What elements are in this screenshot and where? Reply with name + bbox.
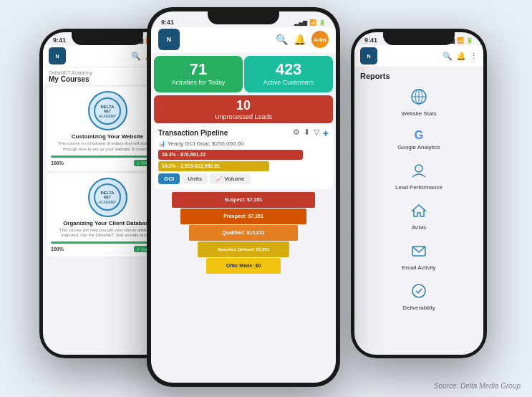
center-header: N 🔍 🔔 Adm (151, 27, 336, 53)
report-item-avms[interactable]: AVMs (354, 197, 483, 237)
funnel-bar-3[interactable]: Specifics Defined: $7,351 (198, 241, 289, 257)
pipeline-header: Transaction Pipeline ⚙ ⬇ ▽ + (158, 128, 329, 139)
svg-text:ACADEMY: ACADEMY (99, 114, 117, 118)
gear-icon[interactable]: ⚙ (293, 128, 300, 139)
filter-icon-pipeline[interactable]: ▽ (314, 128, 319, 139)
svg-point-12 (415, 165, 422, 172)
center-phone: 9:41 ▂▄▆ 📶 🔋 N 🔍 🔔 Adm 71 (147, 7, 340, 387)
funnel-bar-4[interactable]: Offer Made: $0 (206, 258, 281, 274)
report-item-deliverability[interactable]: Deliverability (354, 277, 483, 317)
funnel-bar-1[interactable]: Prospect: $7,351 (180, 209, 306, 224)
tab-gci[interactable]: GCI (158, 173, 180, 184)
svg-text:NET: NET (104, 195, 111, 199)
google-analytics-icon: G (415, 129, 423, 142)
website-stats-label: Website Stats (401, 110, 436, 117)
center-time: 9:41 (161, 19, 174, 26)
course-1-pct: 100% (51, 161, 64, 166)
pipeline-title: Transaction Pipeline (158, 129, 228, 137)
google-analytics-label: Google Analytics (397, 144, 440, 150)
pipeline-goal: 📊 Yearly GCI Goal: $250,000.00 (158, 140, 329, 147)
check-icon-2: ✓ (137, 247, 140, 252)
center-wifi-icon: 📶 (309, 19, 316, 26)
pipeline-tabs: GCI Units 📈 Volume (158, 173, 329, 184)
course-badge-2: DELTA NET ACADEMY (88, 178, 127, 217)
left-logo: N (49, 47, 66, 64)
volume-chart-icon: 📈 (216, 176, 223, 182)
deliverability-icon (411, 283, 427, 302)
funnel-container: Suspect: $7,351 Prospect: $7,351 Qualifi… (151, 191, 336, 275)
left-time: 9:41 (53, 37, 66, 44)
right-notch (383, 32, 455, 45)
funnel-bar-0[interactable]: Suspect: $7,351 (172, 192, 315, 208)
right-phone-inner: 9:41 ▂▄▆ 📶 🔋 N 🔍 🔔 ⋮ Reports (354, 32, 483, 355)
activities-number: 71 (158, 62, 238, 77)
website-stats-icon (411, 89, 427, 108)
course-2-pct: 100% (51, 247, 64, 252)
email-activity-label: Email Activity (402, 264, 435, 271)
search-icon[interactable]: 🔍 (131, 52, 141, 61)
center-phone-inner: 9:41 ▂▄▆ 📶 🔋 N 🔍 🔔 Adm 71 (151, 11, 336, 383)
pipeline-section: Transaction Pipeline ⚙ ⬇ ▽ + 📊 Yearly GC… (154, 125, 333, 189)
lead-performance-icon (411, 163, 427, 182)
activities-tile[interactable]: 71 Activities for Today (154, 56, 243, 92)
right-battery-icon: 🔋 (466, 37, 473, 44)
right-bell-icon[interactable]: 🔔 (456, 52, 466, 61)
center-notch (208, 11, 279, 24)
right-time: 9:41 (364, 37, 377, 44)
add-icon[interactable]: + (323, 128, 329, 139)
right-wifi-icon: 📶 (457, 37, 464, 44)
pipeline-bar-1: 28.3% - $70,691.22 (158, 150, 303, 160)
left-notch (72, 32, 143, 45)
right-phone: 9:41 ▂▄▆ 📶 🔋 N 🔍 🔔 ⋮ Reports (351, 29, 487, 358)
courses-title-block: DeltaNET Academy My Courses (49, 70, 92, 83)
report-item-google[interactable]: G Google Analytics (354, 123, 483, 157)
center-battery-icon: 🔋 (319, 19, 326, 26)
right-menu-icon[interactable]: ⋮ (470, 52, 478, 61)
right-header: N 🔍 🔔 ⋮ (354, 45, 483, 67)
tab-units[interactable]: Units (182, 173, 208, 184)
scene: 9:41 ▂▄▆ 📶 🔋 N 🔍 🔔 ⋮ DeltaNET (0, 0, 532, 397)
check-icon: ✓ (137, 161, 140, 166)
report-item-website[interactable]: Website Stats (354, 83, 483, 123)
unprocessed-label: Unprocessed Leads (157, 113, 330, 120)
chart-icon: 📊 (158, 140, 165, 147)
lead-performance-label: Lead Performance (395, 184, 442, 191)
center-signal-icon: ▂▄▆ (294, 19, 307, 26)
center-header-icons: 🔍 🔔 Adm (276, 31, 329, 48)
unprocessed-number: 10 (157, 98, 330, 113)
avms-icon (411, 203, 427, 222)
avms-label: AVMs (412, 224, 427, 231)
reports-title: Reports (354, 67, 483, 83)
right-logo: N (360, 47, 377, 64)
center-status-icons: ▂▄▆ 📶 🔋 (294, 19, 326, 26)
center-search-icon[interactable]: 🔍 (276, 34, 288, 45)
report-item-email[interactable]: Email Activity (354, 237, 483, 277)
avatar[interactable]: Adm (311, 31, 329, 48)
right-header-icons: 🔍 🔔 ⋮ (442, 52, 478, 61)
deliverability-label: Deliverability (402, 305, 435, 311)
funnel-bar-2[interactable]: Qualified: $13,231 (189, 225, 298, 241)
report-item-lead[interactable]: Lead Performance (354, 157, 483, 197)
course-badge-1: DELTA NET ACADEMY (88, 91, 127, 130)
svg-point-14 (412, 284, 425, 297)
svg-text:ACADEMY: ACADEMY (99, 200, 117, 204)
tab-volume[interactable]: 📈 Volume (210, 173, 250, 184)
svg-text:NET: NET (104, 109, 111, 113)
activities-label: Activities for Today (158, 79, 238, 87)
email-activity-icon (411, 243, 427, 262)
customers-label: Active Customers (248, 79, 329, 87)
my-courses-title: My Courses (49, 75, 92, 83)
source-text: Source: Delta Media Group (434, 382, 521, 390)
unprocessed-banner[interactable]: 10 Unprocessed Leads (154, 95, 333, 123)
right-search-icon[interactable]: 🔍 (442, 52, 453, 61)
stats-row: 71 Activities for Today 423 Active Custo… (151, 53, 336, 94)
pipeline-bar-2: 14.2% - 2,915-$12,952.91 (158, 161, 269, 171)
download-icon[interactable]: ⬇ (304, 128, 310, 139)
center-bell-icon[interactable]: 🔔 (294, 34, 306, 45)
customers-number: 423 (248, 62, 329, 77)
customers-tile[interactable]: 423 Active Customers (244, 56, 333, 92)
pipeline-icons: ⚙ ⬇ ▽ + (293, 128, 329, 139)
center-logo: N (158, 29, 180, 50)
company-label: DeltaNET Academy (49, 70, 92, 75)
